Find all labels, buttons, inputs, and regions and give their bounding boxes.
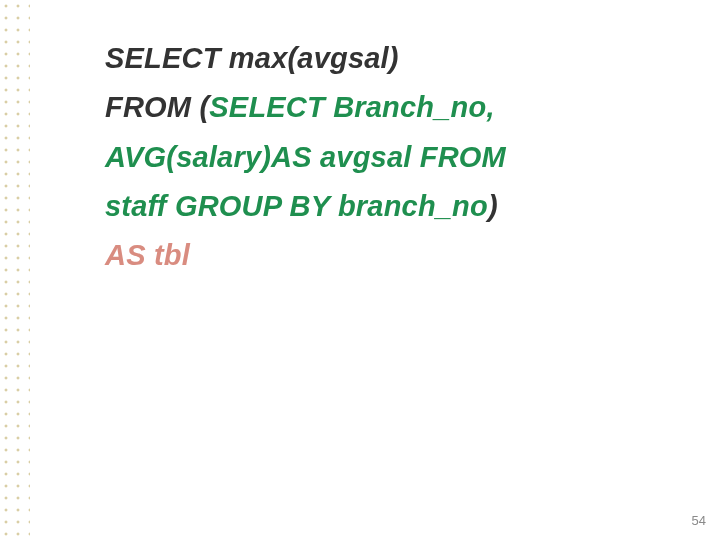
code-text: ): [488, 190, 498, 222]
code-line: SELECT max(avgsal): [105, 34, 665, 83]
code-text: SELECT max(avgsal): [105, 42, 399, 74]
code-text: AS tbl: [105, 239, 190, 271]
code-text: staff GROUP BY branch_no: [105, 190, 488, 222]
code-text: SELECT Branch_no,: [209, 91, 494, 123]
decorative-left-border: [0, 0, 30, 540]
code-line: AS tbl: [105, 231, 665, 280]
code-text: FROM (: [105, 91, 209, 123]
code-line: FROM (SELECT Branch_no,: [105, 83, 665, 132]
page-number: 54: [692, 513, 706, 528]
code-line: AVG(salary)AS avgsal FROM: [105, 133, 665, 182]
code-line: staff GROUP BY branch_no): [105, 182, 665, 231]
code-text: AVG(salary)AS avgsal FROM: [105, 141, 506, 173]
slide-text-block: SELECT max(avgsal) FROM (SELECT Branch_n…: [105, 34, 665, 280]
